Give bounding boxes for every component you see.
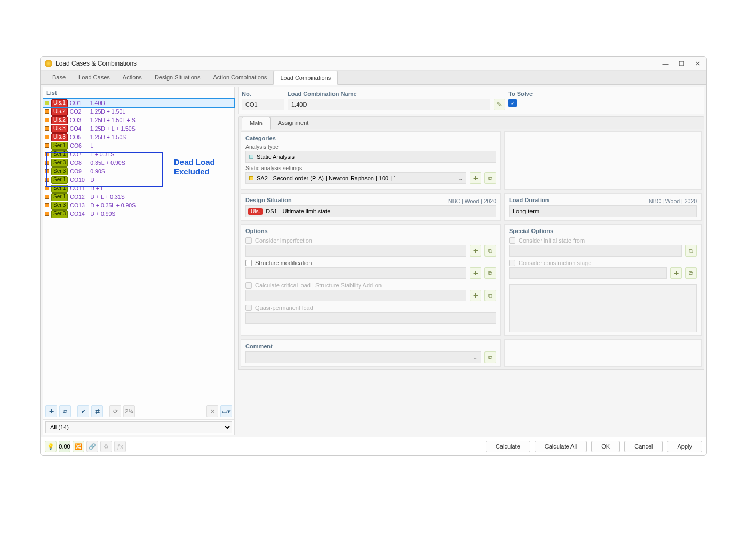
list-item[interactable]: Ser.1CO6L <box>43 141 234 150</box>
tab-action-combinations[interactable]: Action Combinations <box>206 71 273 84</box>
imperfection-input <box>245 245 466 257</box>
row-bullet-icon <box>45 161 49 165</box>
sas-edit-icon[interactable]: ⧉ <box>484 172 496 184</box>
tab-load-cases[interactable]: Load Cases <box>72 71 116 84</box>
design-situation-panel: Design Situation NBC | Wood | 2020 Uls. … <box>241 193 501 221</box>
help-icon[interactable]: 💡 <box>45 441 57 452</box>
new-icon[interactable]: ✚ <box>45 405 57 417</box>
no-input[interactable]: CO1 <box>242 99 284 110</box>
maximize-button[interactable]: ☐ <box>677 59 686 68</box>
initial-state-edit-icon[interactable]: ⧉ <box>685 245 697 257</box>
imperfection-new-icon[interactable]: ✚ <box>470 245 481 257</box>
to-solve-checkbox[interactable]: ✓ <box>508 99 517 107</box>
list-item[interactable]: Ser.1CO10D <box>43 175 234 184</box>
row-tag: Uls.3 <box>51 125 68 133</box>
ld-field[interactable]: Long-term <box>509 205 697 217</box>
minimize-button[interactable]: — <box>661 59 670 68</box>
dialog-window: Load Cases & Combinations — ☐ ✕ BaseLoad… <box>40 56 707 456</box>
imperfection-edit-icon[interactable]: ⧉ <box>484 245 496 257</box>
list-body: Uls.1CO11.40DUls.2CO21.25D + 1.50LUls.2C… <box>43 99 234 403</box>
sas-new-icon[interactable]: ✚ <box>470 172 481 184</box>
row-tag: Uls.1 <box>51 99 68 107</box>
categories-title: Categories <box>245 135 496 141</box>
list-item[interactable]: Ser.3CO14D + 0.90S <box>43 210 234 218</box>
filter-select[interactable]: All (14) <box>45 421 232 433</box>
ok-button[interactable]: OK <box>591 441 620 452</box>
link-icon[interactable]: 🔗 <box>86 441 98 452</box>
tab-actions[interactable]: Actions <box>116 71 148 84</box>
edit-name-icon[interactable]: ✎ <box>494 99 505 110</box>
refresh-icon[interactable]: ⟳ <box>109 405 121 417</box>
row-bullet-icon <box>45 152 49 156</box>
tab-load-combinations[interactable]: Load Combinations <box>273 71 338 85</box>
function-icon[interactable]: ƒx <box>114 441 126 452</box>
name-input[interactable]: 1.40D <box>288 99 490 110</box>
ld-title: Load Duration <box>509 197 549 203</box>
number-icon[interactable]: 2¾ <box>123 405 135 417</box>
subtab-main[interactable]: Main <box>242 117 271 130</box>
row-co: CO2 <box>70 108 88 115</box>
row-tag: Uls.2 <box>51 108 68 116</box>
list-item[interactable]: Ser.1CO11D + L <box>43 184 234 193</box>
list-item[interactable]: Uls.3CO51.25D + 1.50S <box>43 133 234 141</box>
row-tag: Ser.1 <box>51 150 68 158</box>
recycle-icon[interactable]: ♻ <box>100 441 112 452</box>
tab-base[interactable]: Base <box>46 71 72 84</box>
quasi-checkbox <box>245 305 252 311</box>
row-tag: Ser.3 <box>51 210 68 218</box>
apply-button[interactable]: Apply <box>667 441 702 452</box>
list-item[interactable]: Uls.1CO11.40D <box>43 99 234 107</box>
close-button[interactable]: ✕ <box>693 59 702 68</box>
reorder-icon[interactable]: 🔀 <box>73 441 84 452</box>
list-item[interactable]: Ser.1CO12D + L + 0.31S <box>43 193 234 201</box>
app-icon <box>45 60 52 67</box>
sas-dropdown[interactable]: SA2 - Second-order (P-Δ) | Newton-Raphso… <box>245 172 466 184</box>
critical-load-new-icon[interactable]: ✚ <box>470 290 481 301</box>
construction-label: Consider construction stage <box>519 260 591 266</box>
row-name: D + 0.90S <box>90 211 115 217</box>
structure-mod-new-icon[interactable]: ✚ <box>470 267 481 279</box>
row-name: D + L <box>90 185 104 191</box>
critical-load-edit-icon[interactable]: ⧉ <box>484 290 496 301</box>
construction-new-icon[interactable]: ✚ <box>670 267 682 279</box>
titlebar: Load Cases & Combinations — ☐ ✕ <box>41 57 706 71</box>
accept-icon[interactable]: ✔ <box>77 405 89 417</box>
analysis-type-field[interactable]: Static Analysis <box>245 151 496 163</box>
structure-mod-label: Structure modification <box>255 260 312 266</box>
row-tag: Ser.3 <box>51 202 68 210</box>
calculate-all-button[interactable]: Calculate All <box>535 441 587 452</box>
comment-input[interactable]: ⌄ <box>245 351 481 363</box>
row-co: CO8 <box>70 159 88 166</box>
structure-mod-input <box>245 267 466 279</box>
window-title: Load Cases & Combinations <box>55 60 137 67</box>
calculate-button[interactable]: Calculate <box>486 441 530 452</box>
load-duration-panel: Load Duration NBC | Wood | 2020 Long-ter… <box>504 193 702 221</box>
solve-label: To Solve <box>508 91 701 97</box>
units-icon[interactable]: 0.00 <box>59 441 70 452</box>
structure-mod-edit-icon[interactable]: ⧉ <box>484 267 496 279</box>
ds-value: DS1 - Ultimate limit state <box>266 208 330 214</box>
delete-icon[interactable]: ✕ <box>206 405 218 417</box>
comment-copy-icon[interactable]: ⧉ <box>484 351 496 363</box>
row-name: D + 0.35L + 0.90S <box>90 202 136 209</box>
structure-mod-checkbox[interactable] <box>245 260 252 266</box>
detail-panel: No. CO1 Load Combination Name 1.40D ✎ To… <box>238 87 704 435</box>
copy-icon[interactable]: ⧉ <box>59 405 71 417</box>
ds-field[interactable]: Uls. DS1 - Ultimate limit state <box>245 205 496 217</box>
list-item[interactable]: Uls.2CO21.25D + 1.50L <box>43 107 234 116</box>
list-item[interactable]: Uls.3CO41.25D + L + 1.50S <box>43 124 234 133</box>
swap-icon[interactable]: ⇄ <box>91 405 103 417</box>
view-mode-icon[interactable]: ▭▾ <box>220 405 232 417</box>
list-item[interactable]: Ser.3CO13D + 0.35L + 0.90S <box>43 201 234 210</box>
no-label: No. <box>242 91 284 97</box>
initial-state-checkbox <box>509 237 515 244</box>
row-bullet-icon <box>45 178 49 182</box>
tab-design-situations[interactable]: Design Situations <box>148 71 207 84</box>
construction-edit-icon[interactable]: ⧉ <box>685 267 697 279</box>
subtab-assignment[interactable]: Assignment <box>271 117 316 129</box>
row-bullet-icon <box>45 118 49 122</box>
row-co: CO7 <box>70 151 88 157</box>
list-header: List <box>43 87 234 99</box>
cancel-button[interactable]: Cancel <box>624 441 663 452</box>
list-item[interactable]: Uls.2CO31.25D + 1.50L + S <box>43 116 234 124</box>
